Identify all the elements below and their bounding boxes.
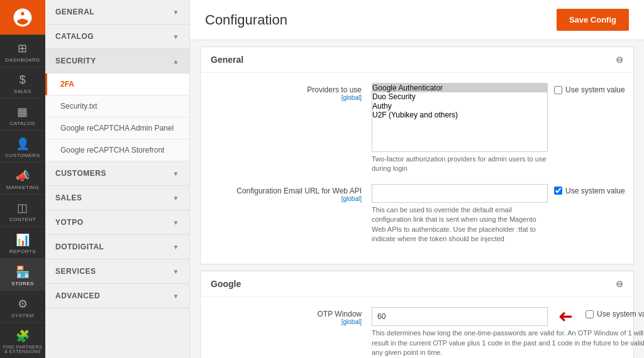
sidebar-item-label: Find Partners & Extensions bbox=[3, 345, 43, 354]
providers-use-system-value-label[interactable]: Use system value bbox=[554, 83, 625, 94]
config-email-use-system-value-label[interactable]: Use system value bbox=[554, 184, 625, 195]
providers-label: Providers to use bbox=[211, 85, 362, 94]
nav-section-customers[interactable]: Customers ▼ bbox=[45, 161, 189, 186]
config-email-field-row: This can be used to override the default… bbox=[372, 184, 625, 244]
nav-section-customers-label: Customers bbox=[55, 169, 106, 178]
sidebar-item-content[interactable]: ◫ Content bbox=[0, 194, 45, 226]
otp-window-form-row: OTP Window [global] ➜ Use bbox=[211, 307, 623, 357]
nav-sub-2fa[interactable]: 2FA bbox=[45, 73, 189, 95]
otp-window-hint: This determines how long the one-time-pa… bbox=[372, 328, 644, 357]
chevron-down-icon: ▼ bbox=[173, 293, 179, 300]
nav-section-sales-label: Sales bbox=[55, 193, 82, 202]
chevron-down-icon: ▼ bbox=[173, 268, 179, 275]
sidebar-item-marketing[interactable]: 📣 Marketing bbox=[0, 162, 45, 194]
page-header: Configuration Save Config bbox=[190, 0, 644, 40]
chevron-down-icon: ▼ bbox=[173, 195, 179, 202]
otp-use-system-value-label[interactable]: Use system value bbox=[586, 307, 644, 318]
nav-section-general[interactable]: General ▼ bbox=[45, 0, 189, 24]
chevron-down-icon: ▼ bbox=[173, 9, 179, 16]
nav-sub-recaptcha-admin[interactable]: Google reCAPTCHA Admin Panel bbox=[45, 117, 189, 139]
dashboard-icon: ⊞ bbox=[18, 41, 28, 55]
otp-window-field-col: ➜ Use system value This determines how l… bbox=[372, 307, 644, 357]
sidebar-item-reports[interactable]: 📊 Reports bbox=[0, 226, 45, 258]
providers-listbox-wrapper: Google Authenticator Duo Security Authy … bbox=[372, 83, 548, 174]
sales-icon: $ bbox=[19, 73, 26, 87]
google-section-header[interactable]: Google ⊖ bbox=[201, 271, 633, 297]
nav-sub-2fa-label: 2FA bbox=[60, 80, 74, 89]
nav-section-security-label: Security bbox=[55, 57, 96, 65]
sidebar-item-dashboard[interactable]: ⊞ Dashboard bbox=[0, 35, 45, 67]
catalog-icon: ▦ bbox=[17, 105, 28, 119]
sidebar-item-label: Reports bbox=[9, 249, 36, 254]
providers-scope: [global] bbox=[211, 94, 362, 101]
providers-form-row: Providers to use [global] Google Authent… bbox=[211, 83, 623, 174]
save-config-button[interactable]: Save Config bbox=[557, 9, 629, 31]
provider-option-authy[interactable]: Authy bbox=[372, 102, 547, 111]
sidebar-item-find-partners[interactable]: 🧩 Find Partners & Extensions bbox=[0, 322, 45, 357]
sidebar-item-stores[interactable]: 🏪 Stores bbox=[0, 258, 45, 290]
config-email-hint: This can be used to override the default… bbox=[372, 205, 548, 244]
otp-window-label-col: OTP Window [global] bbox=[211, 307, 362, 325]
general-section-header[interactable]: General ⊖ bbox=[201, 47, 633, 73]
nav-section-security[interactable]: Security ▲ bbox=[45, 49, 189, 73]
chevron-down-icon: ▼ bbox=[173, 170, 179, 177]
nav-section-catalog-label: Catalog bbox=[55, 32, 94, 41]
provider-option-duo[interactable]: Duo Security bbox=[372, 92, 547, 101]
config-email-use-system-value-checkbox[interactable] bbox=[554, 187, 562, 195]
providers-field-row: Google Authenticator Duo Security Authy … bbox=[372, 83, 625, 174]
otp-window-input-wrapper: ➜ bbox=[372, 307, 548, 326]
provider-option-u2f[interactable]: U2F (Yubikey and others) bbox=[372, 111, 547, 119]
general-section-panel: General ⊖ Providers to use [global] Goog bbox=[200, 46, 634, 264]
chevron-down-icon: ▼ bbox=[173, 33, 179, 40]
sidebar-item-label: Content bbox=[9, 217, 36, 222]
content-icon: ◫ bbox=[17, 201, 28, 215]
google-section-panel: Google ⊖ OTP Window [global] bbox=[200, 271, 634, 358]
nav-sub-recaptcha-storefront[interactable]: Google reCAPTCHA Storefront bbox=[45, 139, 189, 161]
stores-icon: 🏪 bbox=[16, 265, 30, 279]
nav-section-advanced-label: Advanced bbox=[55, 291, 100, 300]
config-email-input-wrapper: This can be used to override the default… bbox=[372, 184, 548, 244]
sidebar-item-label: Sales bbox=[14, 89, 31, 94]
nav-section-services[interactable]: Services ▼ bbox=[45, 259, 189, 284]
nav-section-yotpo-label: YOTPO bbox=[55, 218, 84, 227]
otp-window-scope: [global] bbox=[211, 318, 362, 325]
chevron-down-icon: ▼ bbox=[173, 244, 179, 251]
providers-listbox[interactable]: Google Authenticator Duo Security Authy … bbox=[372, 83, 548, 152]
sidebar-item-label: System bbox=[11, 313, 34, 318]
otp-use-system-value-checkbox[interactable] bbox=[586, 310, 594, 318]
sidebar-item-label: Customers bbox=[5, 153, 40, 158]
nav-section-general-label: General bbox=[55, 8, 94, 16]
provider-option-google[interactable]: Google Authenticator bbox=[372, 84, 547, 92]
left-sidebar: ⊞ Dashboard $ Sales ▦ Catalog 👤 Customer… bbox=[0, 0, 45, 358]
config-email-field-col: This can be used to override the default… bbox=[372, 184, 625, 244]
general-section-content: Providers to use [global] Google Authent… bbox=[201, 73, 633, 264]
partners-icon: 🧩 bbox=[16, 329, 30, 343]
nav-section-dotdigital[interactable]: DOTDIGITAL ▼ bbox=[45, 235, 189, 259]
nav-sub-security-txt[interactable]: Security.txt bbox=[45, 95, 189, 117]
otp-window-input[interactable] bbox=[372, 307, 548, 326]
sidebar-item-label: Dashboard bbox=[5, 57, 40, 63]
nav-section-services-label: Services bbox=[55, 267, 96, 276]
sidebar-item-sales[interactable]: $ Sales bbox=[0, 67, 45, 98]
sidebar-item-catalog[interactable]: ▦ Catalog bbox=[0, 98, 45, 130]
nav-section-advanced[interactable]: Advanced ▼ bbox=[45, 284, 189, 308]
google-section-content: OTP Window [global] ➜ Use bbox=[201, 297, 633, 358]
config-email-input[interactable] bbox=[372, 184, 548, 203]
system-icon: ⚙ bbox=[18, 297, 28, 311]
providers-label-col: Providers to use [global] bbox=[211, 83, 362, 101]
logo[interactable] bbox=[0, 0, 45, 35]
providers-hint: Two-factor authorization providers for a… bbox=[372, 155, 548, 174]
red-arrow-icon: ➜ bbox=[558, 306, 573, 327]
marketing-icon: 📣 bbox=[16, 169, 30, 183]
nav-section-sales[interactable]: Sales ▼ bbox=[45, 186, 189, 210]
config-email-scope: [global] bbox=[211, 195, 362, 202]
nav-sidebar: General ▼ Catalog ▼ Security ▲ 2FA Secur… bbox=[45, 0, 190, 358]
sidebar-item-label: Marketing bbox=[6, 185, 39, 190]
collapse-icon: ⊖ bbox=[616, 279, 623, 289]
nav-section-catalog[interactable]: Catalog ▼ bbox=[45, 24, 189, 49]
providers-use-system-value-checkbox[interactable] bbox=[554, 86, 562, 94]
nav-section-yotpo[interactable]: YOTPO ▼ bbox=[45, 210, 189, 235]
general-section-title: General bbox=[211, 55, 243, 65]
sidebar-item-system[interactable]: ⚙ System bbox=[0, 290, 45, 322]
sidebar-item-customers[interactable]: 👤 Customers bbox=[0, 130, 45, 162]
